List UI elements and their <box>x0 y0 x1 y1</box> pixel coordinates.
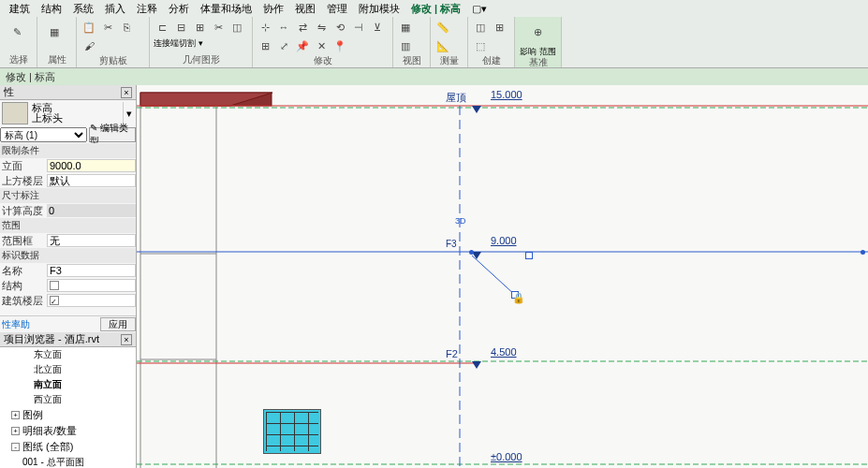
level-marker-icon[interactable] <box>472 361 481 369</box>
mirror-icon[interactable]: ⇋ <box>313 19 330 36</box>
modify-icon[interactable]: ✎ <box>4 19 30 45</box>
unpin-icon[interactable]: 📍 <box>331 37 348 54</box>
ribbon-group-measure: 📏📐 测量 <box>431 17 468 67</box>
elevation-input[interactable]: 9000.0 <box>47 159 136 172</box>
level-marker-icon[interactable] <box>472 106 481 113</box>
expand-icon[interactable]: + <box>11 427 20 435</box>
prop-section: 限制条件 <box>0 143 136 158</box>
rotate-icon[interactable]: ⟲ <box>331 19 348 36</box>
wall-icon[interactable]: ◫ <box>228 19 245 36</box>
drag-handle[interactable] <box>469 250 474 255</box>
pin-icon[interactable]: 📌 <box>294 37 311 54</box>
3d-extent-toggle[interactable]: 3D <box>455 216 466 226</box>
scope-box-input[interactable]: 无 <box>47 234 136 247</box>
assembly-icon[interactable]: ⬚ <box>472 37 489 54</box>
expand-icon[interactable]: + <box>11 411 20 419</box>
drag-handle[interactable] <box>861 250 865 255</box>
tree-item[interactable]: 东立面 <box>0 347 136 362</box>
split-icon[interactable]: ⊻ <box>369 19 386 36</box>
properties-icon[interactable]: ▦ <box>41 19 67 45</box>
tree-item[interactable]: +明细表/数量 <box>0 423 136 439</box>
properties-help-link[interactable]: 性率助 <box>0 318 100 331</box>
menu-item[interactable]: 管理 <box>321 2 353 16</box>
ribbon-label: 属性 <box>41 53 72 67</box>
level-name-f2[interactable]: F2 <box>446 348 458 359</box>
array-icon[interactable]: ⊞ <box>257 37 273 54</box>
options-bar-text: 修改 | 标高 <box>6 70 55 84</box>
options-bar: 修改 | 标高 <box>0 68 868 85</box>
hide-icon[interactable]: ▥ <box>397 37 414 54</box>
level-bubble-toggle[interactable] <box>525 252 533 259</box>
level-name-roof[interactable]: 屋顶 <box>446 91 466 105</box>
offset-icon[interactable]: ⇄ <box>294 19 311 36</box>
structural-check[interactable] <box>47 279 136 292</box>
menu-item[interactable]: 分析 <box>163 2 195 16</box>
scope-box-icon[interactable]: ⊕ <box>525 19 552 45</box>
delete-icon[interactable]: ✕ <box>313 37 330 54</box>
cut-icon[interactable]: ✂ <box>99 19 116 36</box>
ribbon-label: 剪贴板 <box>81 54 145 68</box>
close-icon[interactable]: × <box>121 87 132 98</box>
menu-item[interactable]: 注释 <box>131 2 163 16</box>
tree-item[interactable]: +图例 <box>0 407 136 423</box>
menu-item[interactable]: 视图 <box>289 2 321 16</box>
menu-item-active[interactable]: 修改 | 标高 <box>405 2 466 16</box>
trim-icon[interactable]: ⊣ <box>350 19 367 36</box>
level-name-f3[interactable]: F3 <box>446 239 457 249</box>
edit-type-button[interactable]: ✎ 编辑类型 <box>89 127 136 142</box>
copy-icon[interactable]: ⎘ <box>118 19 135 36</box>
level-value-roof[interactable]: 15.000 <box>491 89 522 100</box>
menu-bar: 建筑 结构 系统 插入 注释 分析 体量和场地 协作 视图 管理 附加模块 修改… <box>0 0 868 17</box>
cope-icon[interactable]: ⊏ <box>154 19 170 36</box>
match-icon[interactable]: 🖌 <box>81 37 97 54</box>
view-icon[interactable]: ▦ <box>397 19 414 36</box>
scale-icon[interactable]: ⤢ <box>275 37 292 54</box>
align-icon[interactable]: ⊹ <box>257 19 273 36</box>
left-panels: 性 × 标高 上标头 ▾ 标高 (1) ✎ 编辑类型 限制条件 立面9000.0… <box>0 85 137 468</box>
measure-icon[interactable]: 📏 <box>434 19 451 36</box>
tree-item[interactable]: 西立面 <box>0 392 136 407</box>
menu-item[interactable]: 协作 <box>257 2 289 16</box>
tree-item[interactable]: -图纸 (全部) <box>0 439 136 455</box>
level-value-f2[interactable]: 4.500 <box>491 346 517 358</box>
menu-item[interactable]: 附加模块 <box>353 2 405 16</box>
move-icon[interactable]: ↔ <box>275 19 292 36</box>
join-end-label[interactable]: 连接端切割 ▾ <box>154 37 203 50</box>
dimension-icon[interactable]: 📐 <box>434 37 451 54</box>
menu-item[interactable]: 插入 <box>99 2 131 16</box>
project-browser[interactable]: 东立面 北立面 南立面 西立面 +图例 +明细表/数量 -图纸 (全部) 001… <box>0 347 136 468</box>
ribbon-group-props: ▦ 属性 <box>37 17 77 67</box>
menu-item[interactable]: 建筑 <box>4 2 36 16</box>
menu-overflow[interactable]: ▢▾ <box>466 3 493 15</box>
menu-item[interactable]: 系统 <box>67 2 99 16</box>
lock-icon[interactable]: 🔒 <box>511 291 519 299</box>
join-icon[interactable]: ⊞ <box>191 19 208 36</box>
collapse-icon[interactable]: - <box>11 443 20 451</box>
level-value-0[interactable]: ±0.000 <box>491 451 522 462</box>
group-icon[interactable]: ⊞ <box>491 19 508 36</box>
filter-select[interactable]: 标高 (1) <box>0 127 87 142</box>
building-story-check[interactable] <box>47 294 136 307</box>
ribbon-label: 修改 <box>257 54 389 68</box>
ribbon-group-clipboard: 📋 ✂ ⎘ 🖌 剪贴板 <box>77 17 150 67</box>
drawing-canvas[interactable]: 屋顶 15.000 F3 9.000 🔒 3D F2 4.500 ±0.000 <box>137 85 868 468</box>
menu-item[interactable]: 体量和场地 <box>195 2 257 16</box>
calc-height: 0 <box>47 204 136 217</box>
split-icon[interactable]: ✂ <box>210 19 227 36</box>
prop-label: 计算高度 <box>0 204 47 218</box>
cut-geom-icon[interactable]: ⊟ <box>172 19 189 36</box>
level-value-f3[interactable]: 9.000 <box>491 235 517 246</box>
menu-item[interactable]: 结构 <box>36 2 67 16</box>
upper-story-input[interactable]: 默认 <box>47 174 136 187</box>
close-icon[interactable]: × <box>121 334 132 345</box>
name-input[interactable]: F3 <box>47 264 136 277</box>
create-icon[interactable]: ◫ <box>472 19 489 36</box>
ribbon-group-create: ◫⊞⬚ 创建 <box>468 17 515 67</box>
tree-item[interactable]: 001 - 总平面图 <box>0 455 136 468</box>
prop-label: 建筑楼层 <box>0 294 47 308</box>
paste-icon[interactable]: 📋 <box>81 19 97 36</box>
tree-item[interactable]: 北立面 <box>0 362 136 377</box>
apply-button[interactable]: 应用 <box>100 317 136 331</box>
type-thumbnail <box>2 102 28 124</box>
tree-item-active[interactable]: 南立面 <box>0 377 136 392</box>
